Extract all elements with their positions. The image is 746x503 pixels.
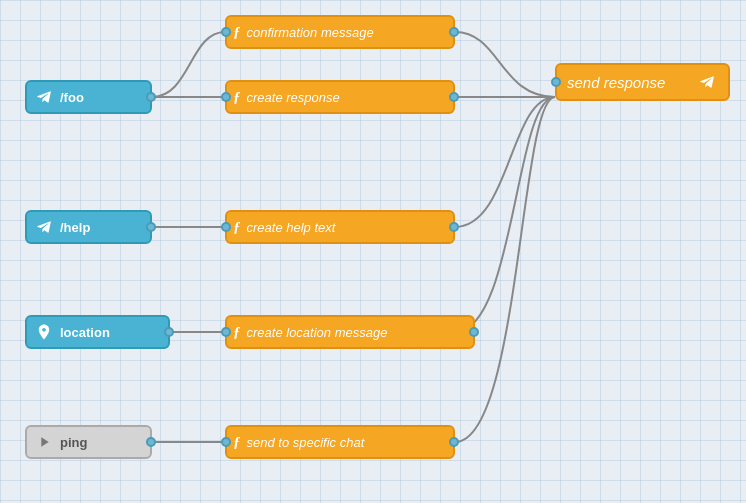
- trigger-node-location[interactable]: location: [25, 315, 170, 349]
- fn-send-specific-label: send to specific chat: [247, 435, 365, 450]
- fn-create-location-label: create location message: [247, 325, 388, 340]
- fn-create-help-input-port[interactable]: [221, 222, 231, 232]
- output-node-send-response[interactable]: send response: [555, 63, 730, 101]
- function-node-confirmation[interactable]: ƒ confirmation message: [225, 15, 455, 49]
- function-icon-create-help: ƒ: [233, 219, 241, 236]
- trigger-foo-label: /foo: [60, 90, 84, 105]
- trigger-help-output-port[interactable]: [146, 222, 156, 232]
- out-send-response-label: send response: [567, 74, 665, 91]
- fn-create-response-input-port[interactable]: [221, 92, 231, 102]
- fn-send-specific-input-port[interactable]: [221, 437, 231, 447]
- function-node-create-location[interactable]: ƒ create location message: [225, 315, 475, 349]
- trigger-foo-output-port[interactable]: [146, 92, 156, 102]
- trigger-location-output-port[interactable]: [164, 327, 174, 337]
- inject-ping-label: ping: [60, 435, 87, 450]
- trigger-node-help[interactable]: /help: [25, 210, 152, 244]
- fn-create-response-output-port[interactable]: [449, 92, 459, 102]
- inject-ping-output-port[interactable]: [146, 437, 156, 447]
- fn-create-location-input-port[interactable]: [221, 327, 231, 337]
- trigger-location-label: location: [60, 325, 110, 340]
- out-send-response-input-port[interactable]: [551, 77, 561, 87]
- send-response-icon: [698, 73, 716, 91]
- telegram-icon-location: [33, 321, 55, 343]
- function-icon-confirmation: ƒ: [233, 24, 241, 41]
- telegram-icon-foo: [33, 86, 55, 108]
- function-icon-create-response: ƒ: [233, 89, 241, 106]
- function-icon-send-specific: ƒ: [233, 434, 241, 451]
- fn-create-help-label: create help text: [247, 220, 336, 235]
- fn-send-specific-output-port[interactable]: [449, 437, 459, 447]
- fn-create-help-output-port[interactable]: [449, 222, 459, 232]
- function-node-create-response[interactable]: ƒ create response: [225, 80, 455, 114]
- trigger-help-label: /help: [60, 220, 90, 235]
- function-icon-create-location: ƒ: [233, 324, 241, 341]
- inject-node-ping[interactable]: ping: [25, 425, 152, 459]
- fn-confirmation-label: confirmation message: [247, 25, 374, 40]
- trigger-node-foo[interactable]: /foo: [25, 80, 152, 114]
- inject-icon-ping: [33, 431, 55, 453]
- function-node-send-specific[interactable]: ƒ send to specific chat: [225, 425, 455, 459]
- function-node-create-help[interactable]: ƒ create help text: [225, 210, 455, 244]
- fn-create-location-output-port[interactable]: [469, 327, 479, 337]
- telegram-icon-help: [33, 216, 55, 238]
- fn-confirmation-input-port[interactable]: [221, 27, 231, 37]
- fn-create-response-label: create response: [247, 90, 340, 105]
- fn-confirmation-output-port[interactable]: [449, 27, 459, 37]
